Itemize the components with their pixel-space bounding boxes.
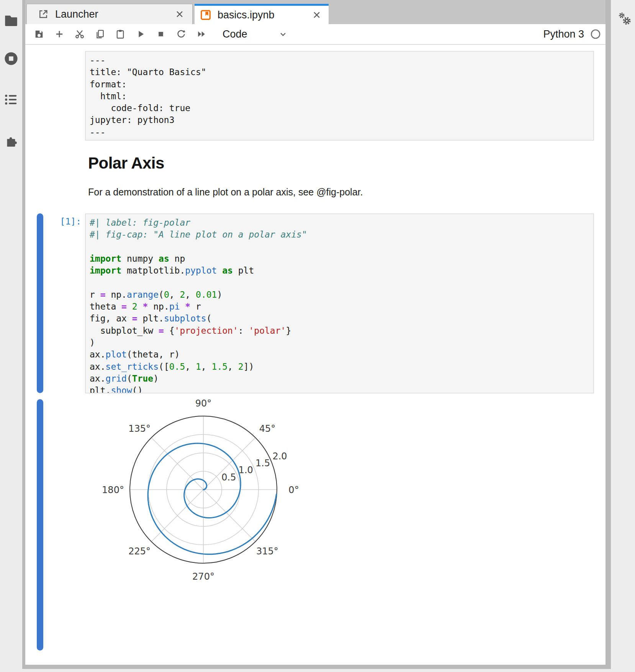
svg-text:180°: 180°: [102, 485, 124, 495]
right-sidebar: [611, 0, 635, 669]
code-line: ax.plot(theta, r): [90, 349, 593, 361]
code-line: import numpy as np: [90, 253, 593, 265]
scissors-icon[interactable]: [74, 29, 85, 39]
running-icon[interactable]: [3, 51, 19, 67]
tab-label: Launcher: [55, 8, 98, 20]
cell-type-dropdown[interactable]: Code: [223, 28, 288, 40]
svg-text:225°: 225°: [128, 546, 151, 557]
code-line: [90, 241, 593, 253]
close-icon[interactable]: [174, 8, 185, 20]
tab-label: basics.ipynb: [218, 9, 275, 21]
code-line: #| fig-cap: "A line plot on a polar axis…: [90, 229, 593, 241]
raw-yaml-cell[interactable]: ---title: "Quarto Basics"format: html: c…: [85, 51, 594, 141]
markdown-heading: Polar Axis: [88, 154, 164, 172]
code-line: ax.grid(True): [90, 373, 593, 385]
kernel-status-icon[interactable]: [590, 29, 601, 39]
copy-icon[interactable]: [95, 29, 105, 39]
raw-cell-line: ---: [90, 54, 593, 66]
chevron-down-icon: [278, 29, 288, 39]
markdown-paragraph: For a demonstration of a line plot on a …: [88, 187, 363, 198]
raw-cell-line: ---: [90, 126, 593, 138]
tab-launcher[interactable]: Launcher: [26, 4, 193, 24]
folder-icon[interactable]: [3, 12, 19, 28]
svg-text:0.5: 0.5: [221, 472, 236, 483]
code-line: theta = 2 * np.pi * r: [90, 301, 593, 313]
raw-cell-line: jupyter: python3: [90, 114, 593, 126]
play-icon[interactable]: [135, 29, 146, 39]
cell-type-label: Code: [223, 28, 247, 40]
panel-divider-right: [606, 0, 611, 669]
raw-cell-line: html:: [90, 90, 593, 102]
left-sidebar: [0, 0, 22, 669]
kernel-name[interactable]: Python 3: [543, 28, 584, 40]
code-line: ax.set_rticks([0.5, 1, 1.5, 2]): [90, 361, 593, 373]
svg-text:270°: 270°: [192, 571, 214, 582]
gears-icon[interactable]: [616, 11, 633, 28]
code-line: [90, 277, 593, 288]
puzzle-icon[interactable]: [3, 133, 19, 149]
svg-text:1.0: 1.0: [239, 465, 253, 475]
output-collapser[interactable]: [37, 399, 43, 651]
raw-cell-line: format:: [90, 79, 593, 90]
svg-text:45°: 45°: [259, 423, 276, 434]
raw-cell-line: title: "Quarto Basics": [90, 66, 593, 78]
code-line: import matplotlib.pyplot as plt: [90, 265, 593, 277]
code-line: subplot_kw = {'projection': 'polar'}: [90, 325, 593, 337]
svg-text:1.5: 1.5: [255, 458, 270, 469]
input-collapser[interactable]: [37, 213, 43, 393]
tab-basics-ipynb[interactable]: basics.ipynb: [195, 4, 329, 24]
code-line: fig, ax = plt.subplots(: [90, 313, 593, 325]
save-icon[interactable]: [34, 29, 44, 39]
main-dock-panel: Launcher basics.ipynb: [25, 0, 606, 665]
plus-icon[interactable]: [54, 29, 65, 39]
notebook-content: ---title: "Quarto Basics"format: html: c…: [25, 46, 606, 665]
code-line: ): [90, 337, 593, 349]
jupyterlab-window: Launcher basics.ipynb: [0, 0, 635, 672]
panel-divider-left: [22, 0, 25, 669]
svg-text:90°: 90°: [195, 400, 212, 409]
toc-icon[interactable]: [3, 92, 19, 108]
close-icon[interactable]: [311, 9, 322, 21]
svg-text:135°: 135°: [128, 423, 151, 434]
notebook-icon: [200, 9, 211, 21]
code-line: r = np.arange(0, 2, 0.01): [90, 289, 593, 301]
restart-icon[interactable]: [176, 29, 187, 39]
svg-text:2.0: 2.0: [272, 451, 287, 462]
code-line: #| label: fig-polar: [90, 217, 593, 229]
launcher-icon: [38, 8, 49, 20]
dock-tab-bar: Launcher basics.ipynb: [25, 0, 606, 24]
fast-forward-icon[interactable]: [196, 29, 207, 39]
code-line: plt.show(): [90, 385, 593, 393]
code-editor[interactable]: #| label: fig-polar#| fig-cap: "A line p…: [85, 213, 594, 393]
stop-icon[interactable]: [155, 29, 166, 39]
svg-text:0°: 0°: [288, 485, 299, 495]
raw-cell-line: code-fold: true: [90, 102, 593, 114]
execution-count: [1]:: [37, 216, 81, 226]
polar-plot-output: 0°45°90°135°180°225°270°315°0.51.01.52.0: [81, 400, 326, 583]
notebook-toolbar: Code Python 3: [25, 24, 606, 45]
svg-text:315°: 315°: [256, 546, 278, 557]
window-bottom-border: [22, 665, 611, 669]
paste-icon[interactable]: [115, 29, 126, 39]
